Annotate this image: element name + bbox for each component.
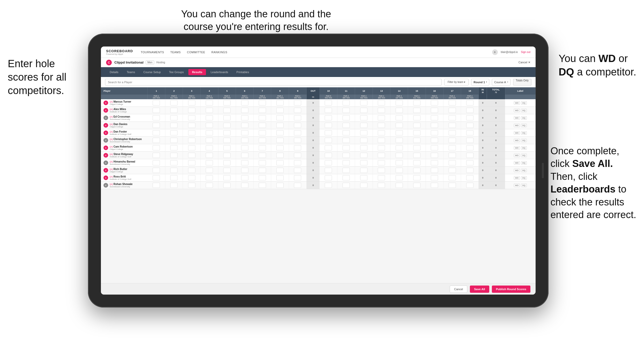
hole-14-cell[interactable] xyxy=(390,114,408,122)
hole-14-cell[interactable] xyxy=(390,167,408,174)
score-input-hole-13[interactable] xyxy=(378,130,385,135)
hole-1-cell[interactable] xyxy=(147,159,165,167)
score-input-hole-7[interactable] xyxy=(259,145,266,150)
hole-16-cell[interactable] xyxy=(426,152,443,159)
score-input-hole-7[interactable] xyxy=(259,100,266,105)
hole-6-cell[interactable] xyxy=(236,152,253,159)
score-input-hole-7[interactable] xyxy=(259,183,266,188)
score-input-hole-14[interactable] xyxy=(396,160,403,165)
hole-11-cell[interactable] xyxy=(337,144,355,152)
hole-14-cell[interactable] xyxy=(390,152,408,159)
score-input-hole-15[interactable] xyxy=(413,130,420,135)
score-input-hole-17[interactable] xyxy=(449,130,456,135)
score-input-hole-1[interactable] xyxy=(153,168,160,173)
hole-5-cell[interactable] xyxy=(218,174,236,182)
cancel-action-btn[interactable]: Cancel xyxy=(450,286,467,293)
hole-10-cell[interactable] xyxy=(320,159,337,167)
score-input-hole-15[interactable] xyxy=(413,175,420,180)
dq-btn[interactable]: DQ xyxy=(521,154,527,157)
score-input-hole-7[interactable] xyxy=(259,108,266,113)
score-input-hole-8[interactable] xyxy=(276,100,284,105)
score-input-hole-13[interactable] xyxy=(378,123,385,128)
hole-1-cell[interactable] xyxy=(147,167,165,174)
score-input-hole-3[interactable] xyxy=(188,183,195,188)
hole-7-cell[interactable] xyxy=(254,137,271,144)
score-input-hole-10[interactable] xyxy=(325,183,332,188)
score-input-hole-1[interactable] xyxy=(153,138,160,143)
score-input-hole-14[interactable] xyxy=(396,138,403,143)
hole-6-cell[interactable] xyxy=(236,137,253,144)
score-input-hole-16[interactable] xyxy=(431,100,438,105)
score-input-hole-10[interactable] xyxy=(325,108,332,113)
score-input-hole-2[interactable] xyxy=(170,100,177,105)
hole-9-cell[interactable] xyxy=(289,159,306,167)
hole-4-cell[interactable] xyxy=(201,152,218,159)
hole-16-cell[interactable] xyxy=(426,114,443,122)
score-input-hole-11[interactable] xyxy=(343,168,350,173)
hole-15-cell[interactable] xyxy=(408,167,426,174)
score-input-hole-7[interactable] xyxy=(259,130,266,135)
score-input-hole-14[interactable] xyxy=(396,130,403,135)
hole-7-cell[interactable] xyxy=(254,167,271,174)
hole-3-cell[interactable] xyxy=(183,174,201,182)
score-input-hole-13[interactable] xyxy=(378,160,385,165)
score-input-hole-9[interactable] xyxy=(294,145,301,150)
hole-11-cell[interactable] xyxy=(337,174,355,182)
score-input-hole-13[interactable] xyxy=(378,145,385,150)
score-input-hole-18[interactable] xyxy=(466,108,473,113)
hole-5-cell[interactable] xyxy=(218,144,236,152)
hole-14-cell[interactable] xyxy=(390,99,408,107)
hole-15-cell[interactable] xyxy=(408,137,426,144)
score-input-hole-4[interactable] xyxy=(206,168,213,173)
dq-btn[interactable]: DQ xyxy=(521,146,527,150)
hole-17-cell[interactable] xyxy=(443,159,461,167)
score-input-hole-7[interactable] xyxy=(259,115,266,120)
score-input-hole-10[interactable] xyxy=(325,153,332,158)
hole-3-cell[interactable] xyxy=(183,144,201,152)
score-input-hole-14[interactable] xyxy=(396,153,403,158)
hole-1-cell[interactable] xyxy=(147,122,165,129)
score-input-hole-3[interactable] xyxy=(188,108,195,113)
hole-11-cell[interactable] xyxy=(337,99,355,107)
wd-btn[interactable]: WD xyxy=(514,101,520,105)
hole-12-cell[interactable] xyxy=(355,137,373,144)
hole-7-cell[interactable] xyxy=(254,174,271,182)
score-input-hole-2[interactable] xyxy=(170,175,177,180)
hole-6-cell[interactable] xyxy=(236,159,253,167)
score-input-hole-17[interactable] xyxy=(449,153,456,158)
score-input-hole-7[interactable] xyxy=(259,138,266,143)
hole-17-cell[interactable] xyxy=(443,129,461,137)
score-input-hole-9[interactable] xyxy=(294,153,301,158)
dq-btn[interactable]: DQ xyxy=(521,139,527,142)
hole-18-cell[interactable] xyxy=(461,122,479,129)
hole-17-cell[interactable] xyxy=(443,114,461,122)
score-input-hole-8[interactable] xyxy=(276,183,284,188)
hole-18-cell[interactable] xyxy=(461,107,479,114)
hole-10-cell[interactable] xyxy=(320,144,337,152)
score-input-hole-3[interactable] xyxy=(188,153,195,158)
score-input-hole-15[interactable] xyxy=(413,168,420,173)
hole-12-cell[interactable] xyxy=(355,159,373,167)
hole-11-cell[interactable] xyxy=(337,159,355,167)
hole-17-cell[interactable] xyxy=(443,182,461,189)
score-input-hole-9[interactable] xyxy=(294,175,301,180)
hole-9-cell[interactable] xyxy=(289,152,306,159)
hole-8-cell[interactable] xyxy=(271,167,289,174)
score-input-hole-18[interactable] xyxy=(466,160,473,165)
score-input-hole-6[interactable] xyxy=(241,153,248,158)
score-input-hole-8[interactable] xyxy=(276,168,284,173)
hole-4-cell[interactable] xyxy=(201,122,218,129)
score-input-hole-3[interactable] xyxy=(188,123,195,128)
score-input-hole-2[interactable] xyxy=(170,138,177,143)
score-input-hole-4[interactable] xyxy=(206,183,213,188)
hole-3-cell[interactable] xyxy=(183,114,201,122)
hole-2-cell[interactable] xyxy=(165,174,183,182)
score-input-hole-14[interactable] xyxy=(396,115,403,120)
hole-10-cell[interactable] xyxy=(320,167,337,174)
hole-10-cell[interactable] xyxy=(320,182,337,189)
score-input-hole-1[interactable] xyxy=(153,175,160,180)
nav-committee[interactable]: COMMITTEE xyxy=(187,51,205,54)
hole-9-cell[interactable] xyxy=(289,99,306,107)
hole-16-cell[interactable] xyxy=(426,174,443,182)
score-input-hole-1[interactable] xyxy=(153,115,160,120)
